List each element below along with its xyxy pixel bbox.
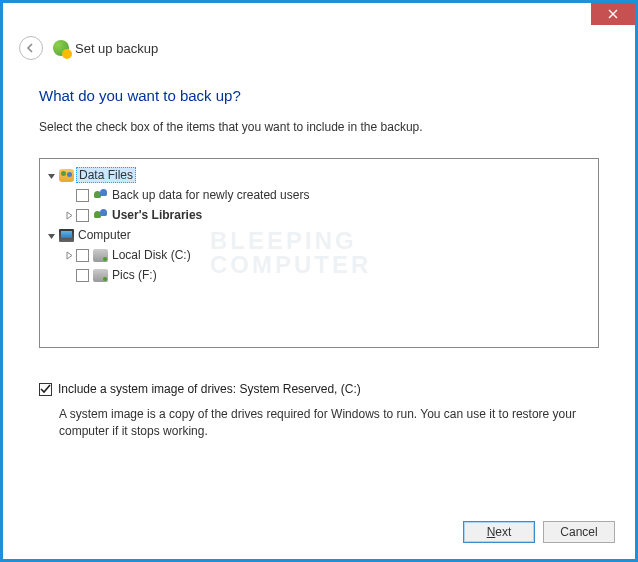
- footer-buttons: Next Cancel: [463, 521, 615, 543]
- system-image-label: Include a system image of drives: System…: [58, 382, 361, 396]
- backup-icon: [53, 40, 69, 56]
- expand-arrow-icon[interactable]: [62, 211, 76, 220]
- users-icon: [92, 207, 108, 223]
- expand-arrow-icon[interactable]: [44, 231, 58, 240]
- tree-label-local-disk: Local Disk (C:): [112, 248, 191, 262]
- back-button[interactable]: [19, 36, 43, 60]
- tree-item-users-libraries[interactable]: User's Libraries: [44, 205, 594, 225]
- back-arrow-icon: [25, 42, 37, 54]
- checkbox-pics-disk[interactable]: [76, 269, 89, 282]
- tree-label-users-libraries: User's Libraries: [112, 208, 202, 222]
- users-folder-icon: [58, 167, 74, 183]
- tree-item-backup-new-users[interactable]: Back up data for newly created users: [44, 185, 594, 205]
- header-title: Set up backup: [53, 40, 158, 56]
- page-subtext: Select the check box of the items that y…: [39, 120, 599, 134]
- system-image-section: Include a system image of drives: System…: [39, 382, 599, 440]
- window-title-text: Set up backup: [75, 41, 158, 56]
- close-icon: [608, 9, 618, 19]
- system-image-checkbox-row: Include a system image of drives: System…: [39, 382, 599, 396]
- header: Set up backup: [3, 29, 635, 67]
- tree-label-computer: Computer: [78, 228, 131, 242]
- users-icon: [92, 187, 108, 203]
- tree-item-pics-disk[interactable]: Pics (F:): [44, 265, 594, 285]
- close-button[interactable]: [591, 3, 635, 25]
- page-heading: What do you want to back up?: [39, 87, 599, 104]
- disk-icon: [92, 247, 108, 263]
- disk-icon: [92, 267, 108, 283]
- content-area: What do you want to back up? Select the …: [3, 67, 635, 440]
- expand-arrow-icon[interactable]: [44, 171, 58, 180]
- tree-item-data-files[interactable]: Data Files: [44, 165, 594, 185]
- checkbox-users-libraries[interactable]: [76, 209, 89, 222]
- tree-view: BLEEPINGCOMPUTER Data Files Back up data…: [39, 158, 599, 348]
- computer-icon: [58, 227, 74, 243]
- titlebar: [3, 3, 635, 29]
- checkbox-backup-new-users[interactable]: [76, 189, 89, 202]
- next-button[interactable]: Next: [463, 521, 535, 543]
- tree-label-pics-disk: Pics (F:): [112, 268, 157, 282]
- wizard-window: Set up backup What do you want to back u…: [0, 0, 638, 562]
- expand-arrow-icon[interactable]: [62, 251, 76, 260]
- tree-label-data-files: Data Files: [76, 167, 136, 183]
- system-image-description: A system image is a copy of the drives r…: [59, 406, 599, 440]
- checkmark-icon: [40, 384, 51, 395]
- checkbox-system-image[interactable]: [39, 383, 52, 396]
- tree-item-computer[interactable]: Computer: [44, 225, 594, 245]
- cancel-button[interactable]: Cancel: [543, 521, 615, 543]
- checkbox-local-disk[interactable]: [76, 249, 89, 262]
- tree-item-local-disk[interactable]: Local Disk (C:): [44, 245, 594, 265]
- tree-label-backup-new-users: Back up data for newly created users: [112, 188, 309, 202]
